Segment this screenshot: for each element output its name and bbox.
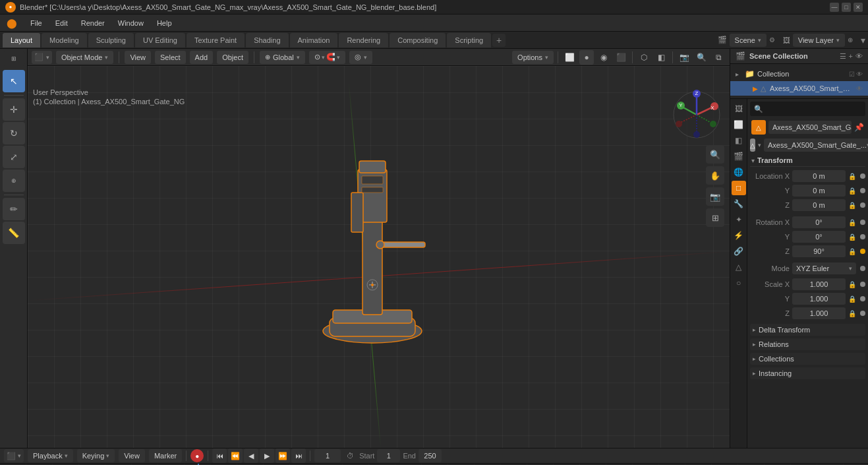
playback-menu-button[interactable]: Playback — [28, 449, 73, 462]
next-keyframe-button[interactable]: ⏩ — [275, 449, 290, 463]
shading-solid-button[interactable]: ● — [579, 50, 594, 65]
mesh-dropdown-arrow[interactable]: ▾ — [758, 142, 761, 148]
keying-menu-button[interactable]: Keying — [77, 449, 115, 462]
tab-animation[interactable]: Animation — [290, 33, 338, 47]
move-tool-button[interactable]: ✛ — [3, 98, 25, 121]
collection-filter-icon[interactable]: ☑ — [849, 71, 855, 78]
transform-tool-button[interactable]: ⊕ — [3, 170, 25, 192]
navigation-gizmo[interactable]: X Y Z — [670, 88, 723, 141]
view-layer-props-icon[interactable]: ◧ — [732, 133, 746, 148]
play-reverse-button[interactable]: ◀ — [244, 449, 258, 463]
mode-icon-button[interactable]: ⊞ — [3, 51, 25, 66]
tab-rendering[interactable]: Rendering — [339, 33, 388, 47]
scene-props-icon[interactable]: 🎬 — [732, 149, 746, 164]
location-z-field[interactable]: 0 m — [792, 199, 846, 211]
rotation-x-field[interactable]: 0° — [792, 216, 846, 228]
constraints-props-icon[interactable]: 🔗 — [732, 244, 746, 259]
object-name-field[interactable]: Axess_AX500_Smart_Ga... — [768, 121, 852, 134]
object-visibility-icon[interactable]: 👁 — [856, 85, 863, 92]
menu-help[interactable]: Help — [150, 15, 179, 32]
tree-collection-row[interactable]: ▸ 📁 Collection ☑ 👁 — [730, 67, 868, 81]
rotation-z-keyframe[interactable] — [860, 249, 865, 254]
rotation-y-keyframe[interactable] — [860, 234, 865, 239]
scene-selector[interactable]: Scene ▾ — [730, 34, 767, 47]
instancing-header[interactable]: ▸ Instancing — [750, 367, 865, 379]
object-props-icon[interactable]: □ — [732, 181, 746, 195]
overlay-button[interactable]: ⬡ — [637, 50, 651, 65]
view-layer-selector[interactable]: View Layer ▾ — [793, 34, 845, 47]
visibility-all-icon[interactable]: 👁 — [855, 52, 863, 61]
properties-search[interactable]: 🔍 — [750, 102, 865, 116]
menu-edit[interactable]: Edit — [49, 15, 74, 32]
shading-rendered-button[interactable]: ⬛ — [614, 50, 628, 65]
location-z-keyframe[interactable] — [860, 202, 865, 208]
data-props-icon[interactable]: △ — [732, 260, 746, 274]
close-button[interactable]: ✕ — [854, 3, 863, 12]
select-tool-button[interactable]: ↖ — [3, 70, 25, 92]
marker-menu-button[interactable]: Marker — [149, 449, 182, 462]
filter-icon[interactable]: ▾ — [861, 35, 865, 46]
location-x-field[interactable]: 0 m — [792, 170, 846, 182]
rotation-y-lock[interactable]: 🔒 — [848, 233, 857, 241]
output-props-icon[interactable]: ⬜ — [732, 117, 746, 132]
viewport[interactable]: ⬛ ▾ Object Mode View Select Add Object — [28, 49, 730, 448]
rotation-z-field[interactable]: 90° — [792, 245, 846, 257]
view-menu-button[interactable]: View — [125, 51, 151, 64]
rotate-tool-button[interactable]: ↻ — [3, 122, 25, 144]
xray-button[interactable]: ◧ — [654, 50, 668, 65]
location-y-field[interactable]: 0 m — [792, 185, 846, 197]
zoom-to-fit-button[interactable]: 🔍 — [706, 145, 724, 164]
rotation-x-lock[interactable]: 🔒 — [848, 219, 857, 226]
scale-y-keyframe[interactable] — [860, 296, 865, 301]
scale-z-field[interactable]: 1.000 — [792, 307, 846, 319]
annotate-tool-button[interactable]: ✏ — [3, 198, 25, 220]
object-mode-button[interactable]: Object Mode — [56, 51, 113, 64]
jump-to-start-button[interactable]: ⏮ — [212, 449, 227, 463]
add-collection-icon[interactable]: + — [849, 52, 853, 61]
scale-y-field[interactable]: 1.000 — [792, 293, 846, 305]
prev-keyframe-button[interactable]: ⏪ — [228, 449, 243, 463]
title-controls[interactable]: — □ ✕ — [830, 3, 863, 12]
rotation-mode-keyframe[interactable] — [860, 266, 865, 271]
camera-view-button[interactable]: 📷 — [677, 50, 691, 65]
add-workspace-button[interactable]: + — [492, 34, 506, 47]
grid-view-button[interactable]: ⊞ — [706, 208, 724, 227]
collections-header[interactable]: ▸ Collections — [750, 353, 865, 365]
menu-blender[interactable]: ⬤ — [0, 15, 24, 32]
menu-render[interactable]: Render — [74, 15, 111, 32]
location-z-lock[interactable]: 🔒 — [848, 202, 857, 209]
shading-wireframe-button[interactable]: ⬜ — [562, 50, 577, 65]
tab-layout[interactable]: Layout — [3, 33, 40, 47]
tab-compositing[interactable]: Compositing — [390, 33, 446, 47]
particles-props-icon[interactable]: ✦ — [732, 212, 746, 227]
select-menu-button[interactable]: Select — [155, 51, 186, 64]
editor-type-button[interactable]: ⬛ ▾ — [32, 51, 52, 64]
scale-z-keyframe[interactable] — [860, 311, 865, 316]
tab-texture-paint[interactable]: Texture Paint — [187, 33, 245, 47]
tab-scripting[interactable]: Scripting — [447, 33, 491, 47]
menu-window[interactable]: Window — [111, 15, 150, 32]
material-props-icon[interactable]: ○ — [732, 276, 746, 290]
scale-z-lock[interactable]: 🔒 — [848, 310, 857, 317]
minimize-button[interactable]: — — [830, 3, 839, 12]
timeline-editor-type-button[interactable]: ⬛ ▾ — [4, 449, 24, 462]
rotation-z-lock[interactable]: 🔒 — [848, 248, 857, 255]
menu-file[interactable]: File — [24, 15, 49, 32]
scale-x-lock[interactable]: 🔒 — [848, 281, 857, 288]
view-menu-button-timeline[interactable]: View — [119, 449, 145, 462]
measure-tool-button[interactable]: 📏 — [3, 222, 25, 244]
pin-button[interactable]: 📌 — [854, 123, 864, 132]
add-menu-button[interactable]: Add — [190, 51, 214, 64]
scale-y-lock[interactable]: 🔒 — [848, 295, 857, 303]
play-forward-button[interactable]: ▶ — [260, 449, 274, 463]
physics-props-icon[interactable]: ⚡ — [732, 228, 746, 243]
end-frame-field[interactable]: 250 — [419, 449, 442, 462]
scale-x-keyframe[interactable] — [860, 282, 865, 287]
tab-uv-editing[interactable]: UV Editing — [135, 33, 185, 47]
render-props-icon[interactable]: 🖼 — [732, 102, 746, 116]
snap-button[interactable]: ⊙ ▾ 🧲 ▾ — [309, 51, 345, 64]
proportional-edit-button[interactable]: ◎ ▾ — [349, 51, 372, 64]
current-frame-display[interactable]: 1 — [314, 449, 341, 462]
tab-modeling[interactable]: Modeling — [42, 33, 87, 47]
options-button[interactable]: Options — [512, 51, 554, 64]
